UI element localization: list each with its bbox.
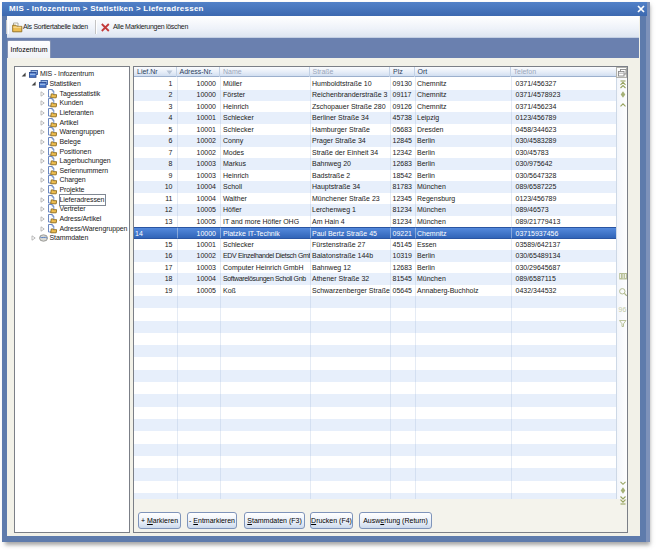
svg-text:96: 96 (619, 305, 627, 312)
